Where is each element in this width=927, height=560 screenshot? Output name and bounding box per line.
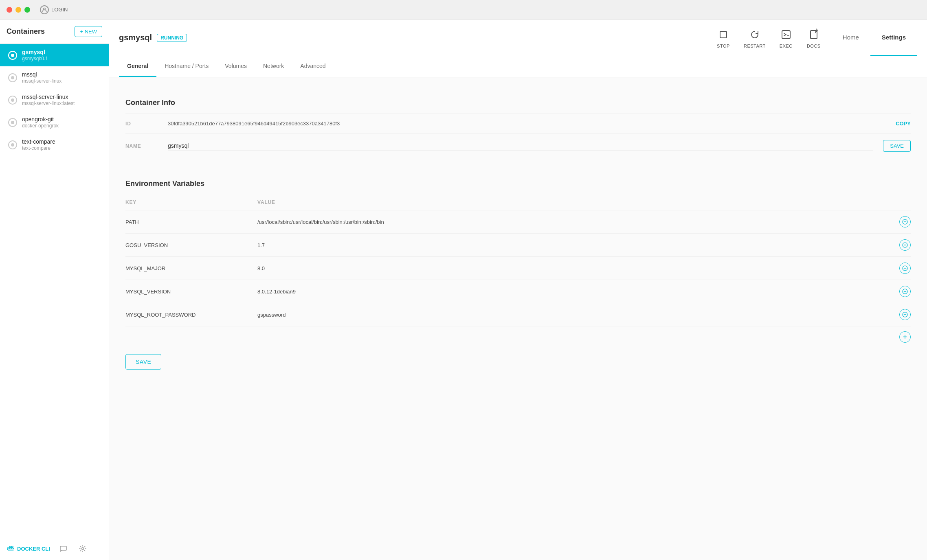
toolbar-action-exec[interactable]: EXEC <box>779 27 793 48</box>
env-add-row: + <box>125 326 911 348</box>
settings-tab-hostname-ports[interactable]: Hostname / Ports <box>156 56 217 77</box>
sidebar-footer: DOCKER CLI <box>0 537 109 560</box>
new-container-button[interactable]: + NEW <box>75 26 102 37</box>
minimize-button[interactable] <box>15 7 21 13</box>
status-badge: RUNNING <box>157 34 187 42</box>
env-row: MYSQL_VERSION 8.0.12-1debian9 <box>125 280 911 303</box>
sidebar: Containers + NEW gsmysql gsmysql:0.1 mss… <box>0 20 109 560</box>
item-icon <box>8 118 17 127</box>
env-key: MYSQL_VERSION <box>125 289 248 295</box>
toolbar-action-stop[interactable]: STOP <box>716 27 731 48</box>
user-icon <box>40 5 49 14</box>
toolbar-actions: STOP RESTART EXEC DOCS <box>716 27 821 48</box>
item-icon-inner <box>11 54 14 57</box>
id-row: ID 30fdfa390521b61de77a7938091e65f946d49… <box>125 114 911 133</box>
name-input[interactable] <box>168 141 873 151</box>
remove-env-button[interactable] <box>899 286 911 297</box>
value-col-label: VALUE <box>257 199 911 205</box>
exec-icon <box>779 27 793 42</box>
docs-label: DOCS <box>807 44 821 48</box>
item-name: opengrok-git <box>22 116 59 122</box>
sidebar-item-mssql[interactable]: mssql mssql-server-linux <box>0 66 109 89</box>
svg-rect-3 <box>9 546 11 547</box>
restart-label: RESTART <box>744 44 766 48</box>
item-sub: gsmysql:0.1 <box>22 56 48 61</box>
settings-area: GeneralHostname / PortsVolumesNetworkAdv… <box>109 56 927 560</box>
stop-icon <box>716 27 731 42</box>
remove-env-button[interactable] <box>899 216 911 228</box>
svg-rect-2 <box>9 548 11 549</box>
container-title: gsmysql <box>119 33 152 42</box>
env-key: GOSU_VERSION <box>125 242 248 248</box>
settings-tab-general[interactable]: General <box>119 56 156 77</box>
svg-rect-1 <box>7 548 9 549</box>
item-sub: text-compare <box>22 145 55 151</box>
docker-cli-label: DOCKER CLI <box>17 546 50 552</box>
item-sub: mssql-server-linux <box>22 78 62 84</box>
nav-tab-settings[interactable]: Settings <box>870 20 917 56</box>
env-rows: PATH /usr/local/sbin:/usr/local/bin:/usr… <box>125 210 911 326</box>
item-icon <box>8 140 17 149</box>
item-text: gsmysql gsmysql:0.1 <box>22 49 48 61</box>
item-sub: mssql-server-linux:latest <box>22 101 75 106</box>
toolbar-action-restart[interactable]: RESTART <box>744 27 766 48</box>
docker-cli-button[interactable]: DOCKER CLI <box>7 545 50 553</box>
id-value: 30fdfa390521b61de77a7938091e65f946d49415… <box>168 120 881 127</box>
env-value: /usr/local/sbin:/usr/local/bin:/usr/sbin… <box>257 219 890 225</box>
docs-icon <box>806 27 821 42</box>
settings-tab-advanced[interactable]: Advanced <box>292 56 334 77</box>
svg-rect-5 <box>11 546 13 547</box>
env-vars-title: Environment Variables <box>125 171 911 195</box>
item-text: mssql-server-linux mssql-server-linux:la… <box>22 94 75 106</box>
nav-tab-home[interactable]: Home <box>831 20 870 56</box>
save-all-button[interactable]: SAVE <box>125 354 161 370</box>
sidebar-item-mssql-server-linux[interactable]: mssql-server-linux mssql-server-linux:la… <box>0 89 109 111</box>
svg-point-6 <box>81 548 83 550</box>
sidebar-item-gsmysql[interactable]: gsmysql gsmysql:0.1 <box>0 44 109 66</box>
close-button[interactable] <box>7 7 12 13</box>
settings-tab-volumes[interactable]: Volumes <box>217 56 255 77</box>
copy-button[interactable]: COPY <box>896 120 911 127</box>
settings-button[interactable] <box>76 542 89 555</box>
name-row: NAME SAVE <box>125 133 911 158</box>
remove-env-button[interactable] <box>899 309 911 320</box>
item-icon <box>8 51 17 60</box>
env-key: MYSQL_ROOT_PASSWORD <box>125 312 248 318</box>
sidebar-item-text-compare[interactable]: text-compare text-compare <box>0 133 109 156</box>
env-row: MYSQL_MAJOR 8.0 <box>125 256 911 280</box>
env-row: PATH /usr/local/sbin:/usr/local/bin:/usr… <box>125 210 911 233</box>
toolbar-action-docs[interactable]: DOCS <box>806 27 821 48</box>
chat-button[interactable] <box>57 542 70 555</box>
name-save-button[interactable]: SAVE <box>883 140 911 152</box>
item-name: mssql-server-linux <box>22 94 75 100</box>
container-info-title: Container Info <box>125 90 911 114</box>
stop-label: STOP <box>717 44 730 48</box>
app-layout: Containers + NEW gsmysql gsmysql:0.1 mss… <box>0 20 927 560</box>
login-area: LOGIN <box>40 5 68 14</box>
item-sub: docker-opengrok <box>22 123 59 129</box>
exec-label: EXEC <box>780 44 793 48</box>
env-key: MYSQL_MAJOR <box>125 265 248 271</box>
item-icon <box>8 96 17 105</box>
sidebar-item-opengrok-git[interactable]: opengrok-git docker-opengrok <box>0 111 109 133</box>
item-icon-inner <box>11 143 14 147</box>
maximize-button[interactable] <box>24 7 30 13</box>
nav-tabs: HomeSettings <box>831 20 917 56</box>
add-env-button[interactable]: + <box>899 331 911 343</box>
env-value: 8.0 <box>257 265 890 271</box>
env-value: 8.0.12-1debian9 <box>257 289 890 295</box>
svg-rect-7 <box>720 31 727 38</box>
remove-env-button[interactable] <box>899 262 911 274</box>
env-key: PATH <box>125 219 248 225</box>
settings-tab-network[interactable]: Network <box>255 56 292 77</box>
env-vars-section: Environment Variables KEY VALUE PATH /us… <box>125 171 911 348</box>
id-label: ID <box>125 121 158 127</box>
login-label[interactable]: LOGIN <box>51 7 68 13</box>
remove-env-button[interactable] <box>899 239 911 251</box>
key-col-label: KEY <box>125 199 248 205</box>
item-name: mssql <box>22 71 62 78</box>
sidebar-title: Containers <box>7 27 45 36</box>
env-header: KEY VALUE <box>125 195 911 210</box>
env-value: gspassword <box>257 312 890 318</box>
env-row: MYSQL_ROOT_PASSWORD gspassword <box>125 303 911 326</box>
